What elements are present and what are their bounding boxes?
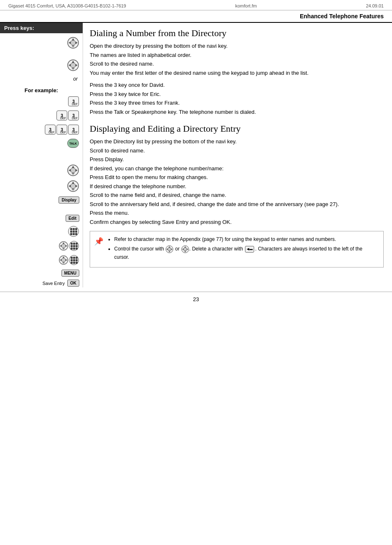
svg-point-22 <box>71 184 76 189</box>
note-icon: 📌 <box>94 236 103 248</box>
page-title: Enhanced Telephone Features <box>0 10 392 23</box>
displaying-text-9: Press the menu. <box>90 209 384 217</box>
header-left: Gigaset 4015 Comfort, USA, A31008-G4015-… <box>8 3 126 8</box>
displaying-text-10: Confirm changes by selecting Save Entry … <box>90 218 384 226</box>
left-column: Press keys: <box>0 23 83 287</box>
page-header: Gigaset 4015 Comfort, USA, A31008-G4015-… <box>0 0 392 10</box>
or-inline: or <box>175 246 180 252</box>
dialing-text-7: Press the 3 key three times for Frank. <box>90 99 384 107</box>
key-row-3-once: 3DEF <box>0 94 83 108</box>
svg-point-8 <box>71 63 76 68</box>
press-keys-header: Press keys: <box>0 23 83 33</box>
dialing-text-6: Press the 3 key twice for Eric. <box>90 90 384 98</box>
displaying-text-1: Open the Directory list by pressing the … <box>90 137 384 146</box>
key-row-navi-3 <box>0 162 83 178</box>
svg-point-43 <box>168 248 171 251</box>
note-content: Refer to character map in the Appendix (… <box>108 236 378 261</box>
displaying-text-6: If desired change the telephone number. <box>90 182 384 191</box>
navi-key-icon-6 <box>59 255 69 265</box>
key-row-grid <box>0 224 83 239</box>
dialing-text-1: Open the directory by pressing the botto… <box>90 42 384 50</box>
dialing-text-2: The names are listed in alphabetical ord… <box>90 51 384 59</box>
key-3-once: 3DEF <box>68 96 79 106</box>
key-row-edit: Edit <box>0 212 83 224</box>
displaying-text-4: If desired, you can change the telephone… <box>90 164 384 173</box>
save-entry-label: Save Entry <box>42 281 65 286</box>
displaying-text-8: Scroll to the anniversary field and, if … <box>90 200 384 209</box>
displaying-text-2: Scroll to desired name. <box>90 147 384 155</box>
dialing-text-8: Press the Talk or Speakerphone key. The … <box>90 108 384 116</box>
ok-key: OK <box>67 280 79 287</box>
key-row-talk: TALK <box>0 137 83 150</box>
svg-point-29 <box>61 244 66 248</box>
svg-rect-34 <box>63 248 65 249</box>
navi-inline-icon-2 <box>181 245 189 253</box>
menu-key: MENU <box>61 270 79 277</box>
navi-key-icon-1 <box>67 37 79 49</box>
key-row-3-twice: 3DEF 3DEF <box>0 108 83 123</box>
note-list: Refer to character map in the Appendix (… <box>114 236 378 261</box>
talk-key-icon: TALK <box>67 139 79 148</box>
key-3-thrice-b: 3DEF <box>56 125 67 135</box>
navi-key-icon-5 <box>59 241 69 251</box>
svg-point-15 <box>71 168 76 173</box>
key-3-twice-a: 3DEF <box>56 110 67 120</box>
section-spacer <box>0 150 83 162</box>
key-row-or-navi: or <box>0 73 83 85</box>
section-title-displaying: Displaying and Editing a Directory Entry <box>90 123 384 134</box>
right-column: Dialing a Number from the Directory Open… <box>83 23 392 287</box>
page-number: 23 <box>0 292 392 307</box>
display-key: Display <box>59 196 79 204</box>
note-item-1: Refer to character map in the Appendix (… <box>114 236 378 243</box>
navi-key-icon-3 <box>67 164 79 177</box>
key-3-twice-b: 3DEF <box>68 110 79 120</box>
note-box: 📌 Refer to character map in the Appendix… <box>90 231 384 268</box>
svg-rect-41 <box>63 262 65 263</box>
header-right: 24.09.01 <box>366 3 384 8</box>
key-row-navi-4 <box>0 178 83 194</box>
navi-key-icon-2 <box>67 59 79 71</box>
svg-point-49 <box>184 248 187 251</box>
svg-rect-6 <box>72 45 74 47</box>
key-row-navi-grid <box>0 239 83 253</box>
or-label: or <box>73 76 78 82</box>
svg-point-1 <box>71 40 76 45</box>
for-example-label: For example: <box>0 85 83 94</box>
key-row-navi-2 <box>0 57 83 73</box>
grid-key-icon <box>68 226 79 237</box>
svg-rect-13 <box>72 68 74 69</box>
left-spacer-2 <box>0 206 83 212</box>
navi-inline-icon-1 <box>165 245 174 253</box>
main-content: Press keys: <box>0 23 392 287</box>
displaying-text-3: Press Display. <box>90 155 384 164</box>
grid-key-icon-2 <box>69 241 79 251</box>
note-item-2: Control the cursor with or <box>114 245 378 261</box>
key-3-thrice-a: 3DEF <box>45 125 56 135</box>
dialing-text-5: Press the 3 key once for David. <box>90 81 384 89</box>
edit-key: Edit <box>66 215 79 222</box>
backspace-key-icon: ◀▬ <box>245 246 254 253</box>
displaying-text-7: Scroll to the name field and, if desired… <box>90 191 384 199</box>
key-row-navi-1 <box>0 35 83 51</box>
svg-rect-27 <box>72 189 74 190</box>
navi-key-icon-4 <box>67 180 79 192</box>
displaying-text-5: Press Edit to open the menu for making c… <box>90 173 384 182</box>
save-entry-row: Save Entry OK <box>0 279 83 287</box>
left-spacer-1 <box>0 51 83 57</box>
dialing-text-4: You may enter the first letter of the de… <box>90 69 384 77</box>
key-3-thrice-c: 3DEF <box>68 125 79 135</box>
key-row-navi-grid2 <box>0 253 83 267</box>
section-title-dialing: Dialing a Number from the Directory <box>90 28 384 39</box>
key-row-display: Display <box>0 194 83 206</box>
header-center: komfort.fm <box>235 3 257 8</box>
svg-point-36 <box>61 258 66 262</box>
svg-rect-20 <box>72 173 74 174</box>
key-row-3-thrice: 3DEF 3DEF 3DEF <box>0 123 83 137</box>
grid-key-icon-3 <box>69 255 79 265</box>
key-row-menu: MENU <box>0 267 83 279</box>
spacer-for-example <box>90 78 384 81</box>
dialing-text-3: Scroll to the desired name. <box>90 60 384 68</box>
